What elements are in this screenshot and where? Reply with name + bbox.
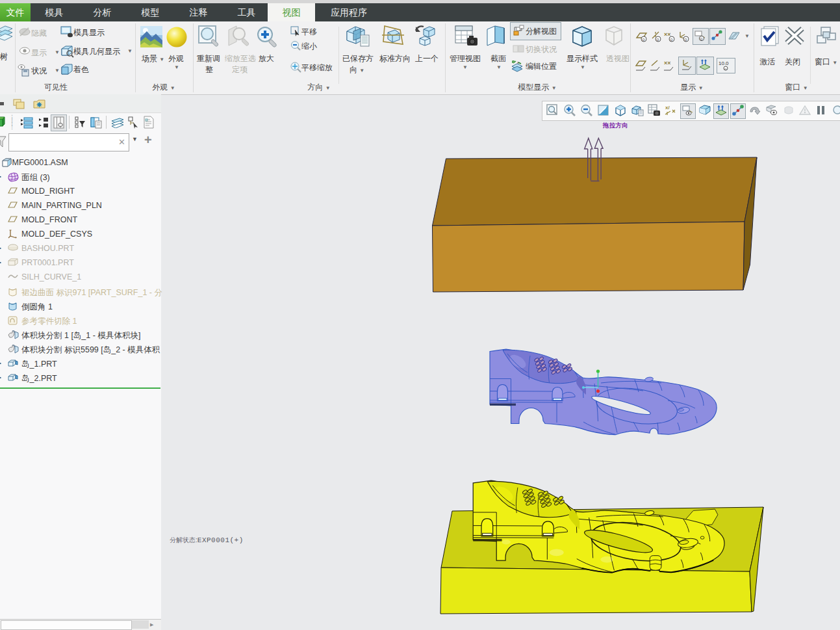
svg-text:10.0: 10.0: [719, 60, 729, 66]
svg-text:x: x: [517, 60, 519, 64]
svg-text:o: o: [643, 37, 645, 42]
svg-text:o: o: [685, 37, 687, 42]
svg-text:x/: x/: [665, 105, 670, 111]
svg-text:o: o: [657, 37, 659, 42]
svg-text:o: o: [670, 37, 673, 42]
svg-text:××: ××: [664, 60, 671, 66]
svg-text:o: o: [700, 36, 703, 41]
